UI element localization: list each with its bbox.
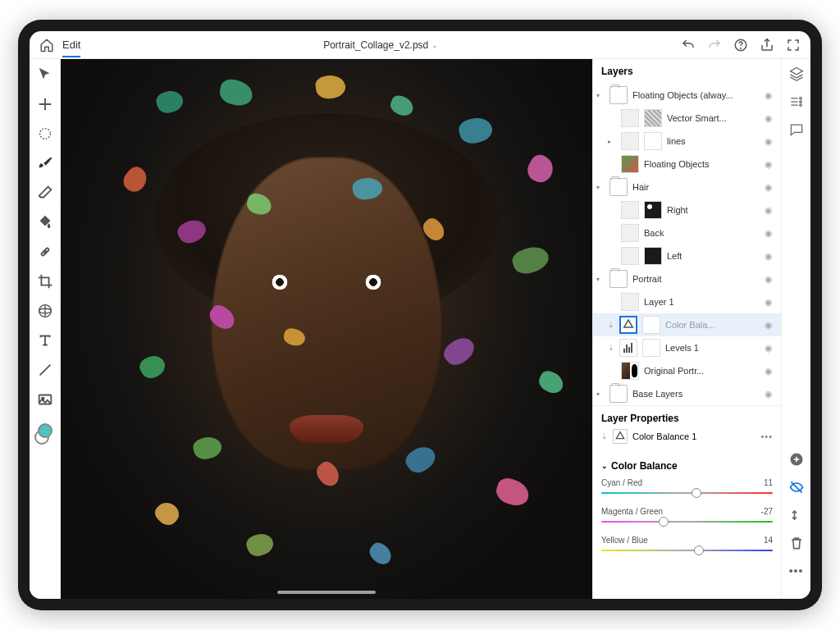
undo-button[interactable] bbox=[681, 38, 696, 52]
layer-hair-right[interactable]: Right ◉ bbox=[593, 199, 781, 221]
adjustment-icon bbox=[613, 429, 628, 444]
slider-label: Cyan / Red bbox=[601, 478, 642, 487]
perspective-tool[interactable] bbox=[36, 302, 54, 320]
folder-icon bbox=[609, 385, 628, 403]
edit-menu[interactable]: Edit bbox=[62, 39, 80, 57]
move-tool[interactable] bbox=[36, 66, 54, 84]
layer-thumb-content bbox=[644, 247, 662, 265]
chevron-down-icon: ▾ bbox=[596, 390, 605, 398]
slider-magenta-green[interactable]: Magenta / Green-27 bbox=[593, 504, 781, 532]
canvas[interactable] bbox=[61, 59, 592, 599]
layer-thumb-content bbox=[644, 201, 662, 219]
fullscreen-button[interactable] bbox=[786, 38, 801, 52]
visibility-icon[interactable]: ◉ bbox=[765, 366, 776, 377]
more-button[interactable]: ••• bbox=[760, 431, 773, 441]
layer-thumb bbox=[621, 293, 639, 311]
layer-label: Base Layers bbox=[632, 389, 760, 399]
layer-label: Original Portr... bbox=[644, 366, 760, 376]
toolbar-left bbox=[30, 59, 61, 599]
transform-tool[interactable] bbox=[36, 95, 54, 113]
slider-cyan-red[interactable]: Cyan / Red11 bbox=[593, 475, 781, 504]
layer-vector-smart[interactable]: Vector Smart... ◉ bbox=[593, 107, 781, 130]
layer-thumb bbox=[621, 132, 639, 150]
delete-layer-button[interactable] bbox=[788, 535, 805, 551]
svg-point-2 bbox=[39, 129, 50, 139]
layer-group-hair[interactable]: ▾ Hair ◉ bbox=[593, 176, 781, 199]
visibility-icon[interactable]: ◉ bbox=[765, 136, 776, 147]
slider-yellow-blue[interactable]: Yellow / Blue14 bbox=[593, 532, 781, 561]
layer-label: Vector Smart... bbox=[667, 113, 760, 123]
layer-lines[interactable]: ▸ lines ◉ bbox=[593, 130, 781, 153]
layer-color-balance[interactable]: ⇣ Color Bala... ◉ bbox=[593, 313, 781, 336]
adjustment-thumb bbox=[619, 339, 637, 357]
layer-label: Floating Objects (alway... bbox=[632, 90, 760, 100]
slider-value: 14 bbox=[764, 536, 773, 545]
layer-properties: Layer Properties ⇣ Color Balance 1 ••• bbox=[593, 405, 781, 454]
visibility-icon[interactable]: ◉ bbox=[765, 274, 776, 285]
svg-point-10 bbox=[799, 98, 801, 100]
healing-tool[interactable] bbox=[36, 243, 54, 261]
visibility-toggle-button[interactable] bbox=[788, 479, 805, 495]
layer-floating-objects[interactable]: Floating Objects ◉ bbox=[593, 153, 781, 176]
help-button[interactable] bbox=[733, 38, 748, 52]
brush-tool[interactable] bbox=[36, 154, 54, 172]
layer-mask-thumb bbox=[642, 316, 660, 334]
chevron-down-icon: ⌄ bbox=[431, 41, 438, 49]
document-title[interactable]: Portrait_Collage_v2.psd ⌄ bbox=[89, 39, 673, 51]
visibility-icon[interactable]: ◉ bbox=[765, 159, 776, 170]
visibility-icon[interactable]: ◉ bbox=[765, 343, 776, 354]
fill-tool[interactable] bbox=[36, 213, 54, 231]
layer-label: Right bbox=[667, 205, 760, 215]
svg-point-12 bbox=[799, 104, 801, 107]
layers-panel-title: Layers bbox=[593, 59, 781, 84]
place-image-tool[interactable] bbox=[36, 390, 54, 409]
topbar: Edit Portrait_Collage_v2.psd ⌄ bbox=[30, 31, 810, 59]
layer-levels[interactable]: ⇣ Levels 1 ◉ bbox=[593, 336, 781, 359]
layer-group-portrait[interactable]: ▾ Portrait ◉ bbox=[593, 267, 781, 290]
more-actions-button[interactable]: ••• bbox=[788, 563, 805, 579]
layer-mask-thumb bbox=[642, 339, 660, 357]
visibility-icon[interactable]: ◉ bbox=[765, 182, 776, 193]
crop-tool[interactable] bbox=[36, 272, 54, 290]
home-button[interactable] bbox=[39, 38, 54, 52]
eraser-tool[interactable] bbox=[36, 184, 54, 202]
folder-icon bbox=[609, 178, 628, 196]
home-indicator[interactable] bbox=[277, 591, 376, 594]
line-tool[interactable] bbox=[36, 361, 54, 379]
share-button[interactable] bbox=[760, 38, 774, 52]
visibility-icon[interactable]: ◉ bbox=[765, 90, 776, 101]
visibility-icon[interactable]: ◉ bbox=[765, 320, 776, 331]
svg-point-11 bbox=[799, 101, 801, 103]
visibility-icon[interactable]: ◉ bbox=[765, 389, 776, 399]
layer-label: Left bbox=[667, 251, 760, 261]
lasso-tool[interactable] bbox=[36, 125, 54, 143]
properties-toggle-button[interactable] bbox=[788, 94, 805, 110]
adjustment-thumb bbox=[619, 316, 637, 334]
chevron-down-icon: ▾ bbox=[596, 184, 605, 191]
color-balance-section[interactable]: ⌄ Color Balance bbox=[593, 454, 781, 475]
canvas-artwork bbox=[61, 59, 592, 599]
visibility-icon[interactable]: ◉ bbox=[765, 113, 776, 124]
add-layer-button[interactable] bbox=[788, 451, 805, 468]
layer-layer1[interactable]: Layer 1 ◉ bbox=[593, 290, 781, 313]
layer-hair-left[interactable]: Left ◉ bbox=[593, 244, 781, 267]
layer-group-base[interactable]: ▾ Base Layers ◉ bbox=[593, 382, 781, 405]
type-tool[interactable] bbox=[36, 331, 54, 349]
slider-value: 11 bbox=[764, 478, 773, 487]
layers-toggle-button[interactable] bbox=[788, 66, 805, 82]
visibility-icon[interactable]: ◉ bbox=[765, 297, 776, 308]
visibility-icon[interactable]: ◉ bbox=[765, 205, 776, 216]
color-swatches[interactable] bbox=[34, 423, 56, 445]
layer-thumb bbox=[621, 201, 639, 219]
foreground-color[interactable] bbox=[38, 423, 52, 438]
layer-group-floating[interactable]: ▾ Floating Objects (alway... ◉ bbox=[593, 84, 781, 107]
clip-layer-button[interactable] bbox=[788, 507, 805, 523]
layer-label: Color Bala... bbox=[665, 320, 760, 330]
comments-button[interactable] bbox=[788, 121, 805, 138]
layer-hair-back[interactable]: Back ◉ bbox=[593, 221, 781, 244]
layer-label: lines bbox=[667, 136, 760, 146]
visibility-icon[interactable]: ◉ bbox=[765, 228, 776, 239]
redo-button[interactable] bbox=[707, 38, 722, 52]
visibility-icon[interactable]: ◉ bbox=[765, 251, 776, 262]
layer-original-portrait[interactable]: Original Portr... ◉ bbox=[593, 359, 781, 382]
